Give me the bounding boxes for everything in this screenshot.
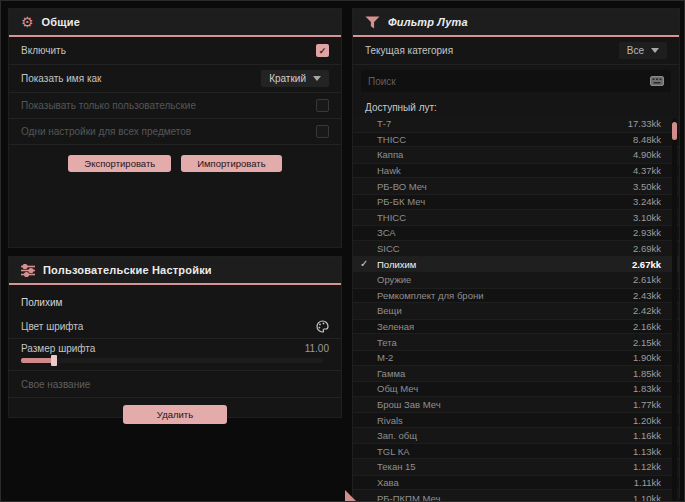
list-item[interactable]: ✓ Полихим 2.67kk [353,256,679,272]
list-item[interactable]: ✓ Гамма 1.85kk [353,366,679,382]
item-name: Полихим [377,259,416,270]
import-button[interactable]: Импортировать [181,155,281,172]
item-value: 1.16kk [633,430,661,441]
search-placeholder: Поиск [368,76,396,87]
list-item[interactable]: ✓ РБ-ВО Меч 3.50kk [353,178,679,194]
item-name: Вещи [377,305,402,316]
delete-button[interactable]: Удалить [123,405,227,424]
enable-checkbox[interactable]: ✓ [316,44,329,57]
category-dropdown[interactable]: Все [619,42,667,59]
selected-item-name: Полихим [21,297,62,308]
resize-grip[interactable] [345,490,356,501]
list-item[interactable]: ✓ М-2 1.90kk [353,350,679,366]
custom-settings-title: Пользовательские Настройки [43,264,212,276]
item-value: 3.10kk [633,212,661,223]
list-item[interactable]: ✓ ЗСА 2.93kk [353,225,679,241]
item-name: Текан 15 [377,461,416,472]
filter-funnel-icon [365,16,380,29]
gear-icon: ⚙ [21,15,34,29]
item-value: 1.10kk [633,493,661,502]
font-color-row[interactable]: Цвет шрифта [9,314,341,339]
scrollbar[interactable] [672,118,677,502]
delete-row: Удалить [9,398,341,424]
item-value: 1.85kk [633,368,661,379]
keyboard-icon[interactable] [650,76,664,86]
list-item[interactable]: ✓ Зеленая 2.16kk [353,319,679,335]
font-color-label: Цвет шрифта [21,321,83,332]
loot-list: ✓ Т-7 17.33kk ✓ THICC 8.48kk ✓ Каппа 4.9… [353,116,679,502]
name-format-dropdown[interactable]: Краткий [261,70,329,87]
item-name: Каппа [377,149,403,160]
list-item[interactable]: ✓ Тета 2.15kk [353,334,679,350]
sliders-icon [21,264,35,277]
item-name: РБ-БК Меч [377,196,425,207]
item-name: Гамма [377,368,405,379]
same-settings-row: Одни настройки для всех предметов [9,119,341,145]
loot-filter-title: Фильтр Лута [388,16,468,28]
item-name: THICC [377,212,406,223]
item-value: 2.42kk [633,305,661,316]
item-value: 1.12kk [633,461,661,472]
list-item[interactable]: ✓ Текан 15 1.12kk [353,459,679,475]
loot-filter-panel: Фильтр Лута Текущая категория Все Поиск [353,9,679,498]
list-item[interactable]: ✓ Общ Меч 1.83kk [353,381,679,397]
item-value: 1.90kk [633,352,661,363]
list-item[interactable]: ✓ Т-7 17.33kk [353,116,679,132]
custom-name-input[interactable]: Свое название [9,371,341,398]
list-item[interactable]: ✓ THICC 8.48kk [353,132,679,148]
item-value: 1.83kk [633,383,661,394]
font-size-slider[interactable] [21,355,329,366]
item-name: THICC [377,134,406,145]
export-button[interactable]: Экспортировать [68,155,171,172]
slider-thumb[interactable] [51,355,57,366]
show-name-as-row: Показать имя как Краткий [9,65,341,93]
enable-row[interactable]: Включить ✓ [9,37,341,65]
list-item[interactable]: ✓ РБ-БК Меч 3.24kk [353,194,679,210]
font-size-row: Размер шрифта 11.00 [9,339,341,371]
item-value: 1.13kk [633,446,661,457]
item-value: 2.69kk [633,243,661,254]
general-panel-title: Общие [42,16,81,28]
list-item[interactable]: ✓ Каппа 4.90kk [353,147,679,163]
enable-label: Включить [21,45,66,56]
list-item[interactable]: ✓ Оружие 2.61kk [353,272,679,288]
only-custom-row: Показывать только пользовательские [9,93,341,119]
list-item[interactable]: ✓ Ремкомплект для брони 2.43kk [353,288,679,304]
list-item[interactable]: ✓ РБ-ПКПМ Меч 1.10kk [353,490,679,502]
list-item[interactable]: ✓ Хава 1.11kk [353,475,679,491]
available-loot-label: Доступный лут: [353,97,679,116]
item-value: 1.20kk [633,415,661,426]
search-input[interactable]: Поиск [361,70,671,92]
item-value: 4.37kk [633,165,661,176]
list-item[interactable]: ✓ Вещи 2.42kk [353,303,679,319]
list-item[interactable]: ✓ Rivals 1.20kk [353,412,679,428]
item-name: РБ-ПКПМ Меч [377,493,440,502]
item-value: 3.24kk [633,196,661,207]
list-item[interactable]: ✓ Зап. общ 1.16kk [353,428,679,444]
item-name: Общ Меч [377,383,418,394]
item-name: SICC [377,243,400,254]
list-item[interactable]: ✓ SICC 2.69kk [353,241,679,257]
item-name: РБ-ВО Меч [377,181,427,192]
palette-icon[interactable] [316,320,329,333]
list-item[interactable]: ✓ Hawk 4.37kk [353,163,679,179]
item-name: TGL КА [377,446,410,457]
item-value: 2.43kk [633,290,661,301]
item-value: 2.67kk [632,259,661,270]
chevron-down-icon [651,48,659,53]
item-value: 3.50kk [633,181,661,192]
list-item[interactable]: ✓ THICC 3.10kk [353,210,679,226]
item-name: Брош Зав Меч [377,399,441,410]
scrollbar-thumb[interactable] [672,122,677,140]
chevron-down-icon [313,76,321,81]
item-name: Тета [377,337,397,348]
item-value: 2.15kk [633,337,661,348]
same-settings-checkbox[interactable] [316,125,329,138]
item-name: М-2 [377,352,393,363]
item-name: ЗСА [377,227,396,238]
only-custom-checkbox[interactable] [316,99,329,112]
item-value: 1.11kk [634,477,661,488]
list-item[interactable]: ✓ TGL КА 1.13kk [353,443,679,459]
list-item[interactable]: ✓ Брош Зав Меч 1.77kk [353,397,679,413]
name-format-value: Краткий [269,73,306,84]
